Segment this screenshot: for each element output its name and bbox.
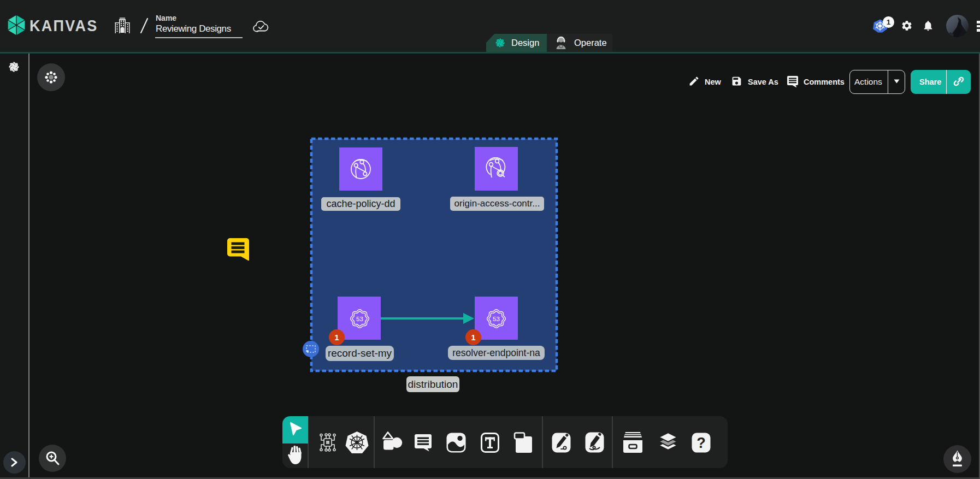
svg-text:53: 53: [493, 316, 500, 322]
svg-text:53: 53: [356, 316, 363, 322]
svg-text:?: ?: [696, 435, 706, 451]
